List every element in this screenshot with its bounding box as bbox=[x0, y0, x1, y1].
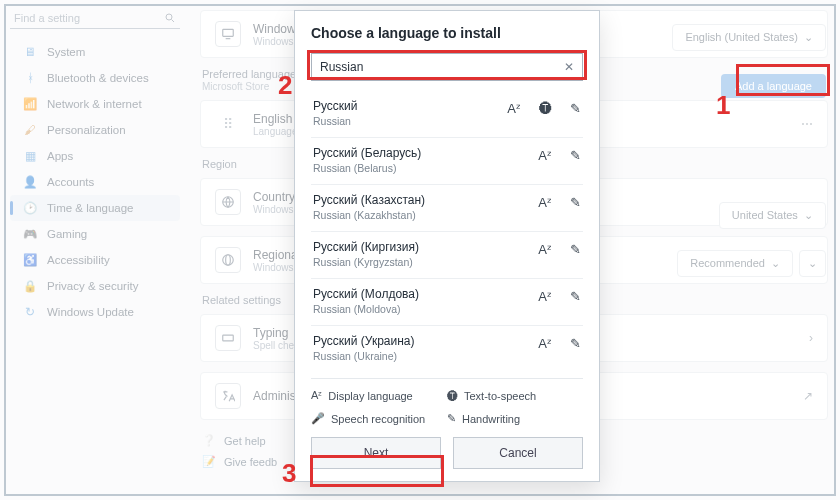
language-option[interactable]: Русский (Украина)Russian (Ukraine)Aᶻ✎ bbox=[311, 325, 583, 368]
chevron-down-icon: ⌄ bbox=[771, 257, 780, 269]
nav-icon: ↻ bbox=[23, 305, 37, 319]
svg-point-6 bbox=[226, 255, 231, 266]
handwriting-icon: ✎ bbox=[447, 412, 456, 425]
sidebar-item-windows-update[interactable]: ↻Windows Update bbox=[10, 299, 180, 325]
language-option[interactable]: Русский (Молдова)Russian (Moldova)Aᶻ✎ bbox=[311, 278, 583, 321]
globe-icon bbox=[215, 189, 241, 215]
display-icon: Aᶻ bbox=[538, 289, 552, 304]
nav-icon: 🖌 bbox=[23, 123, 37, 137]
add-language-button[interactable]: Add a language bbox=[721, 74, 826, 98]
drag-handle-icon[interactable]: ⠿ bbox=[215, 111, 241, 137]
more-icon[interactable]: ⋯ bbox=[801, 117, 813, 131]
display-icon: Aᶻ bbox=[538, 195, 552, 210]
sidebar-item-apps[interactable]: ▦Apps bbox=[10, 143, 180, 169]
legend-tts: 🅣Text-to-speech bbox=[447, 389, 583, 402]
speech-recognition-icon: 🎤 bbox=[311, 412, 325, 425]
chevron-down-icon: ⌄ bbox=[808, 257, 817, 269]
nav-icon: 📶 bbox=[23, 97, 37, 111]
svg-rect-2 bbox=[223, 29, 234, 36]
cancel-button[interactable]: Cancel bbox=[453, 437, 583, 469]
search-icon bbox=[164, 12, 176, 24]
sidebar-item-system[interactable]: 🖥System bbox=[10, 39, 180, 65]
sidebar-item-personalization[interactable]: 🖌Personalization bbox=[10, 117, 180, 143]
nav-icon: 🕑 bbox=[23, 201, 37, 215]
dialog-title: Choose a language to install bbox=[311, 25, 583, 41]
hand-icon: ✎ bbox=[570, 289, 581, 304]
sidebar-item-privacy-security[interactable]: 🔒Privacy & security bbox=[10, 273, 180, 299]
svg-point-0 bbox=[166, 14, 172, 20]
language-search-input[interactable]: Russian ✕ bbox=[311, 53, 583, 81]
language-option[interactable]: Русский (Казахстан)Russian (Kazakhstan)A… bbox=[311, 184, 583, 227]
legend-display: AᶻDisplay language bbox=[311, 389, 447, 402]
chevron-down-icon: ⌄ bbox=[804, 209, 813, 221]
legend-speech: 🎤Speech recognition bbox=[311, 412, 447, 425]
hand-icon: ✎ bbox=[570, 242, 581, 257]
svg-point-5 bbox=[223, 255, 234, 266]
sidebar-item-bluetooth-devices[interactable]: ᚼBluetooth & devices bbox=[10, 65, 180, 91]
nav-icon: ▦ bbox=[23, 149, 37, 163]
sidebar-item-time-language[interactable]: 🕑Time & language bbox=[10, 195, 180, 221]
svg-line-1 bbox=[172, 20, 175, 23]
display-icon: Aᶻ bbox=[538, 336, 552, 351]
external-link-icon: ↗ bbox=[803, 389, 813, 403]
nav-icon: 🎮 bbox=[23, 227, 37, 241]
feedback-icon: 📝 bbox=[202, 455, 216, 468]
translate-icon bbox=[215, 383, 241, 409]
text-to-speech-icon: 🅣 bbox=[447, 390, 458, 402]
hand-icon: ✎ bbox=[570, 195, 581, 210]
sidebar-item-accessibility[interactable]: ♿Accessibility bbox=[10, 247, 180, 273]
chevron-down-icon: ⌄ bbox=[804, 31, 813, 43]
display-icon: Aᶻ bbox=[507, 101, 521, 116]
hand-icon: ✎ bbox=[570, 336, 581, 351]
regional-format-dropdown[interactable]: Recommended ⌄ bbox=[677, 250, 793, 277]
nav-icon: 🖥 bbox=[23, 45, 37, 59]
annotation-2: 2 bbox=[278, 70, 292, 101]
annotation-1: 1 bbox=[716, 90, 730, 121]
search-placeholder: Find a setting bbox=[14, 12, 164, 24]
hand-icon: ✎ bbox=[570, 148, 581, 163]
hand-icon: ✎ bbox=[570, 101, 581, 116]
legend-handwriting: ✎Handwriting bbox=[447, 412, 583, 425]
keyboard-icon bbox=[215, 325, 241, 351]
settings-search[interactable]: Find a setting bbox=[10, 10, 180, 29]
nav-icon: 👤 bbox=[23, 175, 37, 189]
globe-icon bbox=[215, 247, 241, 273]
display-icon: Aᶻ bbox=[538, 148, 552, 163]
tts-icon: 🅣 bbox=[539, 101, 552, 116]
display-language-icon: Aᶻ bbox=[311, 389, 322, 402]
display-language-dropdown[interactable]: English (United States) ⌄ bbox=[672, 24, 826, 51]
svg-rect-7 bbox=[223, 335, 234, 341]
sidebar-item-gaming[interactable]: 🎮Gaming bbox=[10, 221, 180, 247]
language-option[interactable]: Русский (Киргизия)Russian (Kyrgyzstan)Aᶻ… bbox=[311, 231, 583, 274]
clear-search-icon[interactable]: ✕ bbox=[564, 60, 574, 74]
chevron-right-icon: › bbox=[809, 331, 813, 345]
choose-language-dialog: Choose a language to install Russian ✕ Р… bbox=[294, 10, 600, 482]
nav-icon: ♿ bbox=[23, 253, 37, 267]
annotation-3: 3 bbox=[282, 458, 296, 489]
expand-button[interactable]: ⌄ bbox=[799, 250, 826, 277]
sidebar-item-network-internet[interactable]: 📶Network & internet bbox=[10, 91, 180, 117]
help-icon: ❔ bbox=[202, 434, 216, 447]
language-option[interactable]: РусскийRussianAᶻ🅣✎ bbox=[311, 93, 583, 133]
country-dropdown[interactable]: United States ⌄ bbox=[719, 202, 826, 229]
next-button[interactable]: Next bbox=[311, 437, 441, 469]
monitor-icon bbox=[215, 21, 241, 47]
language-option[interactable]: Русский (Беларусь)Russian (Belarus)Aᶻ✎ bbox=[311, 137, 583, 180]
nav-icon: 🔒 bbox=[23, 279, 37, 293]
nav-icon: ᚼ bbox=[23, 71, 37, 85]
display-icon: Aᶻ bbox=[538, 242, 552, 257]
sidebar-item-accounts[interactable]: 👤Accounts bbox=[10, 169, 180, 195]
